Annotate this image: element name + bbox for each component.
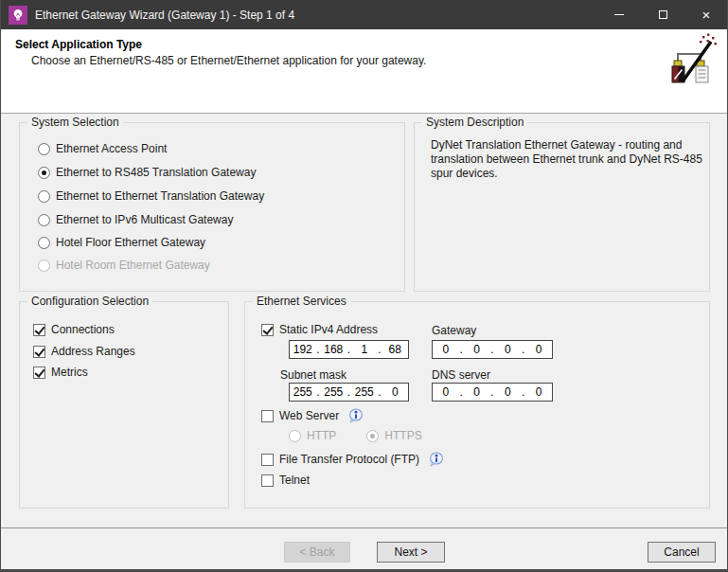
window-border-left: [0, 0, 1, 572]
octet: 0: [495, 343, 522, 356]
octet: 0: [433, 343, 459, 356]
dns-server-label: DNS server: [432, 368, 490, 382]
radio-icon[interactable]: [38, 190, 50, 203]
checkbox-label: Metrics: [51, 366, 88, 379]
ethernet-services-label: Ethernet Services: [253, 295, 350, 308]
radio-icon[interactable]: [38, 143, 50, 155]
http-radio-disabled: [289, 430, 301, 442]
checkbox-static-ipv4[interactable]: Static IPv4 Address: [261, 322, 378, 337]
minimize-icon: [614, 14, 624, 15]
octet: 168: [321, 343, 347, 356]
octet: 255: [321, 385, 347, 399]
checkbox-icon-unchecked[interactable]: [261, 454, 274, 466]
octet: 0: [525, 343, 552, 356]
https-label: HTTPS: [384, 429, 421, 442]
octet: 0: [495, 385, 522, 399]
octet: 0: [382, 385, 409, 399]
octet: 0: [464, 385, 490, 399]
https-radio-disabled-selected: [366, 430, 379, 442]
checkbox-ftp[interactable]: File Transfer Protocol (FTP): [261, 452, 444, 467]
checkbox-icon-checked[interactable]: [261, 324, 274, 336]
wizard-window: Ethernet Gateway Wizard (Gateway 1) - St…: [0, 0, 728, 572]
subnet-mask-field[interactable]: 255.255.255.0: [289, 383, 409, 402]
checkbox-label: Static IPv4 Address: [279, 323, 378, 336]
web-server-info-icon[interactable]: [348, 408, 364, 423]
checkbox-label: File Transfer Protocol (FTP): [279, 453, 419, 466]
checkbox-connections[interactable]: Connections: [33, 322, 115, 337]
system-selection-label: System Selection: [27, 116, 123, 129]
checkbox-icon-unchecked[interactable]: [261, 410, 274, 422]
radio-option-hotel-floor[interactable]: Hotel Floor Ethernet Gateway: [38, 235, 205, 250]
subnet-mask-label: Subnet mask: [280, 368, 346, 382]
app-lightbulb-icon: [9, 6, 27, 25]
wizard-header: Select Application Type Choose an Ethern…: [0, 29, 728, 114]
back-button: < Back: [284, 542, 350, 563]
system-description-group: System Description DyNet Translation Eth…: [414, 122, 710, 292]
wizard-footer: < Back Next > Cancel: [0, 527, 728, 569]
radio-icon[interactable]: [38, 237, 50, 249]
radio-icon[interactable]: [38, 214, 50, 226]
octet: 192: [290, 343, 316, 356]
static-ipv4-address-field[interactable]: 192.168.1.68: [289, 340, 409, 359]
radio-icon-disabled: [38, 259, 50, 272]
window-title: Ethernet Gateway Wizard (Gateway 1) - St…: [35, 9, 294, 22]
octet: 0: [433, 385, 459, 399]
next-button[interactable]: Next >: [377, 542, 445, 563]
configuration-selection-group: Configuration Selection Connections Addr…: [19, 301, 229, 509]
checkbox-label: Telnet: [279, 474, 310, 487]
ethernet-services-group: Ethernet Services Static IPv4 Address Ga…: [244, 301, 710, 509]
checkbox-icon-checked[interactable]: [33, 366, 45, 379]
radio-option-ethernet-to-ipv6[interactable]: Ethernet to IPv6 Multicast Gateway: [38, 212, 233, 227]
wizard-wand-icon: [665, 33, 718, 86]
octet: 0: [464, 343, 490, 356]
checkbox-label: Web Server: [279, 409, 339, 422]
octet: 1: [351, 343, 378, 356]
configuration-selection-label: Configuration Selection: [27, 295, 152, 308]
protocol-radio-group: HTTP HTTPS: [289, 428, 422, 443]
checkbox-address-ranges[interactable]: Address Ranges: [33, 344, 135, 359]
titlebar[interactable]: Ethernet Gateway Wizard (Gateway 1) - St…: [0, 0, 728, 29]
checkbox-telnet[interactable]: Telnet: [261, 473, 310, 488]
octet: 68: [382, 343, 409, 356]
checkbox-label: Address Ranges: [51, 345, 135, 358]
maximize-icon: [659, 10, 667, 19]
http-label: HTTP: [307, 429, 336, 442]
radio-label: Hotel Floor Ethernet Gateway: [56, 236, 205, 249]
checkbox-icon-checked[interactable]: [33, 346, 45, 358]
minimize-button[interactable]: [597, 0, 641, 29]
dns-server-field[interactable]: 0.0.0.0: [432, 383, 553, 402]
close-button[interactable]: ×: [684, 0, 728, 29]
checkbox-metrics[interactable]: Metrics: [33, 365, 88, 380]
radio-label: Ethernet to RS485 Translation Gateway: [56, 166, 256, 179]
ftp-info-icon[interactable]: [429, 452, 444, 467]
system-description-label: System Description: [422, 116, 527, 129]
system-description-text: DyNet Translation Ethernet Gateway - rou…: [431, 138, 711, 181]
octet: 0: [525, 385, 552, 399]
checkbox-icon-unchecked[interactable]: [261, 474, 274, 487]
radio-option-hotel-room-disabled: Hotel Room Ethernet Gateway: [38, 258, 210, 273]
gateway-label: Gateway: [432, 324, 476, 337]
radio-label: Ethernet to IPv6 Multicast Gateway: [56, 213, 233, 226]
close-icon: ×: [702, 8, 711, 22]
octet: 255: [351, 385, 378, 399]
gateway-address-field[interactable]: 0.0.0.0: [432, 340, 553, 359]
checkbox-icon-checked[interactable]: [33, 324, 45, 336]
radio-label: Ethernet to Ethernet Translation Gateway: [56, 189, 264, 203]
maximize-button[interactable]: [641, 0, 684, 29]
radio-label: Hotel Room Ethernet Gateway: [56, 259, 210, 272]
page-title: Select Application Type: [15, 38, 142, 51]
radio-icon-selected[interactable]: [38, 167, 50, 179]
octet: 255: [290, 385, 316, 399]
cancel-button[interactable]: Cancel: [648, 542, 716, 563]
system-selection-group: System Selection Ethernet Access Point E…: [19, 122, 405, 292]
radio-label: Ethernet Access Point: [56, 142, 167, 155]
checkbox-web-server[interactable]: Web Server: [261, 408, 364, 423]
radio-option-ethernet-to-ethernet[interactable]: Ethernet to Ethernet Translation Gateway: [38, 188, 264, 204]
page-subtitle: Choose an Ethernet/RS-485 or Ethernet/Et…: [31, 54, 426, 67]
checkbox-label: Connections: [51, 323, 115, 336]
radio-option-ethernet-access-point[interactable]: Ethernet Access Point: [38, 141, 167, 156]
radio-option-ethernet-to-rs485[interactable]: Ethernet to RS485 Translation Gateway: [38, 165, 256, 180]
